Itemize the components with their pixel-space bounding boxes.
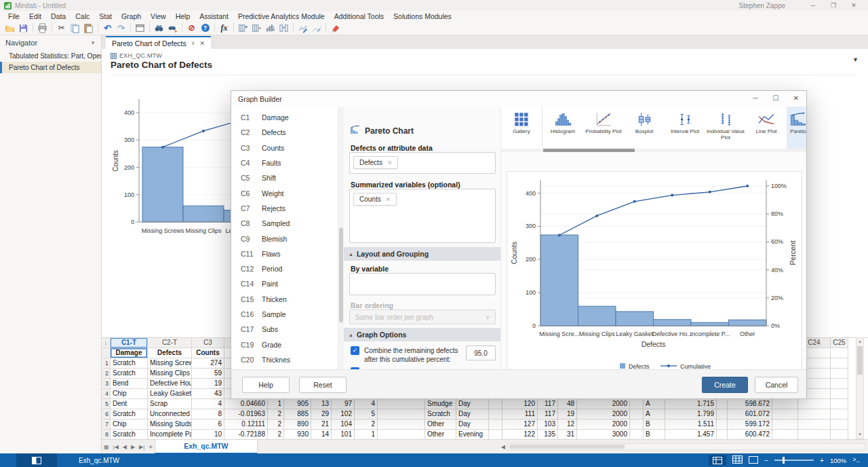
navigator-item-1[interactable]: Pareto Chart of Defects <box>0 62 101 73</box>
find-icon[interactable] <box>153 22 165 34</box>
worksheet-view-icon[interactable] <box>709 455 726 466</box>
cell[interactable]: Scratch <box>111 369 147 379</box>
signed-in-user[interactable]: Stephen Zappe <box>739 2 785 10</box>
dialog-column-c15[interactable]: C15Thicken <box>231 292 338 307</box>
cell[interactable]: 4 <box>355 399 377 409</box>
dialog-column-c8[interactable]: C8Sampled <box>231 216 338 231</box>
cell[interactable]: 117 <box>538 399 557 409</box>
cell[interactable]: Missing Screws <box>148 358 191 369</box>
cell[interactable]: 2000 <box>577 399 629 409</box>
help-icon[interactable]: ? <box>199 22 212 34</box>
cell[interactable]: Scrap <box>148 399 191 409</box>
cell[interactable]: Incomplete Part <box>148 430 191 440</box>
select-all-corner[interactable]: ↓ <box>102 338 110 348</box>
column-header-c2-t[interactable]: C2-T <box>148 338 191 348</box>
close-button[interactable]: ✕ <box>844 0 864 11</box>
scrollbar-thumb[interactable] <box>857 346 863 375</box>
dialog-minimize-icon[interactable]: ─ <box>745 91 766 106</box>
cell[interactable]: 890 <box>284 419 311 430</box>
cell[interactable]: 117 <box>538 409 557 419</box>
delete-column-icon[interactable] <box>250 22 263 34</box>
dialog-close-icon[interactable]: ✕ <box>786 91 806 106</box>
gallery-scrollbar[interactable] <box>501 149 806 152</box>
cell[interactable]: 598.672 <box>728 399 772 409</box>
gallery-item-probability-plot[interactable]: Probability Plot <box>583 107 624 149</box>
cell[interactable] <box>772 409 797 419</box>
cell[interactable]: Missing Studs <box>148 419 191 430</box>
gallery-item-gallery[interactable]: Gallery <box>501 107 542 149</box>
new-window-icon[interactable] <box>134 22 146 34</box>
cell[interactable]: 3000 <box>577 430 629 440</box>
cell[interactable]: 601.072 <box>728 409 772 419</box>
cell[interactable] <box>489 419 502 430</box>
row-number-4[interactable]: 4 <box>102 389 110 399</box>
cell[interactable] <box>717 399 727 409</box>
scroll-up-icon[interactable]: ▲ <box>856 338 863 345</box>
cell[interactable]: 135 <box>538 430 557 440</box>
column-header-c3[interactable]: C3 <box>192 338 224 348</box>
cell[interactable] <box>489 409 502 419</box>
cell[interactable]: Bend <box>111 379 147 389</box>
dialog-column-c20[interactable]: C20Thicknes <box>231 352 338 367</box>
open-file-icon[interactable] <box>3 22 16 34</box>
cell[interactable]: Other <box>425 430 456 440</box>
cell[interactable] <box>717 409 727 419</box>
cell[interactable] <box>831 399 848 409</box>
navigator-item-0[interactable]: Tabulated Statistics: Part, Operator <box>0 50 101 62</box>
hscroll-left-icon[interactable]: ◀ <box>499 444 507 450</box>
gallery-item-boxplot[interactable]: Boxplot <box>624 107 665 149</box>
navigator-collapse-icon[interactable]: ▼ <box>90 40 96 46</box>
menu-calc[interactable]: Calc <box>71 12 94 20</box>
dialog-column-c12[interactable]: C12Period <box>231 261 338 276</box>
find-next-icon[interactable] <box>166 22 179 34</box>
gallery-item-line-plot[interactable]: Line Plot <box>746 107 787 149</box>
cell[interactable]: 600.472 <box>728 430 772 440</box>
cell[interactable]: A <box>644 399 665 409</box>
cell[interactable] <box>798 430 830 440</box>
calculator-fx-icon[interactable]: fx <box>218 22 231 34</box>
cell[interactable]: 122 <box>502 430 537 440</box>
menu-predictive-analytics-module[interactable]: Predictive Analytics Module <box>233 12 330 20</box>
cell[interactable]: 48 <box>558 399 576 409</box>
cell[interactable]: Scratch <box>111 430 147 440</box>
dialog-column-c16[interactable]: C16Sample <box>231 307 338 322</box>
cell[interactable]: 1.511 <box>665 419 716 430</box>
dialog-column-c14[interactable]: C14Paint <box>231 276 338 291</box>
single-view-icon[interactable] <box>749 456 758 465</box>
cell[interactable] <box>831 379 848 389</box>
minimize-button[interactable]: ─ <box>803 0 823 11</box>
cell[interactable]: 101 <box>332 430 354 440</box>
cell[interactable]: Leaky Gasket <box>148 389 191 399</box>
tab-pareto-chart-of-defects[interactable]: Pareto Chart of Defects ∨ ✕ <box>106 36 211 49</box>
eraser-icon[interactable] <box>329 22 342 34</box>
dialog-column-c17[interactable]: C17Subs <box>231 322 338 337</box>
gallery-item-pareto[interactable]: Pareto <box>787 107 806 149</box>
cell[interactable] <box>378 399 425 409</box>
restore-button[interactable]: ❐ <box>823 0 844 11</box>
combine-defects-checkbox[interactable]: ✓ <box>351 346 359 355</box>
cell[interactable]: 274 <box>192 358 224 369</box>
cell[interactable]: Day <box>456 419 488 430</box>
graph-options-section[interactable]: ▲ Graph Options <box>344 328 500 341</box>
cell[interactable] <box>831 369 848 379</box>
cell[interactable]: Missing Clips <box>148 369 191 379</box>
prev-sheet-icon[interactable]: ◀ <box>121 444 129 450</box>
cell[interactable]: 59 <box>192 369 224 379</box>
cell[interactable]: Scratch <box>425 409 456 419</box>
dialog-column-c6[interactable]: C6Weight <box>231 185 338 200</box>
cell[interactable]: 29 <box>311 409 331 419</box>
zoom-out-icon[interactable]: − <box>764 457 768 464</box>
zoom-in-icon[interactable]: + <box>820 457 824 464</box>
column-header-c25[interactable]: C25 <box>831 338 848 348</box>
cell[interactable]: 43 <box>192 389 224 399</box>
cell[interactable]: 930 <box>284 430 311 440</box>
cell[interactable]: 21 <box>311 419 331 430</box>
cell[interactable]: Smudge <box>425 399 456 409</box>
cell[interactable]: 599.172 <box>728 419 772 430</box>
cell[interactable]: B <box>644 419 665 430</box>
tab-close-icon[interactable]: ✕ <box>200 40 205 47</box>
cell[interactable] <box>489 399 502 409</box>
cell[interactable] <box>831 389 848 399</box>
cell[interactable]: Chip <box>111 389 147 399</box>
cell[interactable]: 31 <box>558 430 576 440</box>
